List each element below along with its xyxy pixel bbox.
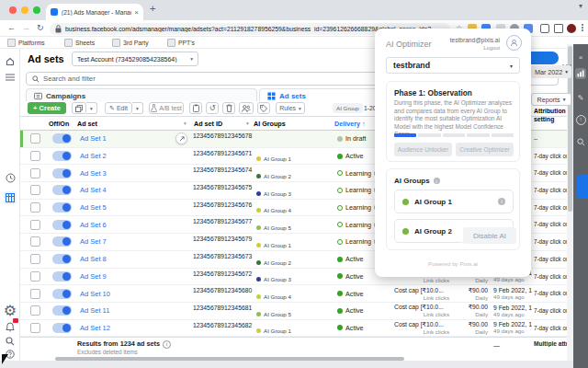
- table-row[interactable]: Ad Set 12 12345678912345682 AI Group 1 A…: [20, 320, 567, 338]
- bookmark-ppts[interactable]: PPT's: [167, 39, 195, 47]
- row-checkbox[interactable]: [30, 185, 40, 195]
- row-checkbox[interactable]: [30, 220, 40, 230]
- back-button[interactable]: ←: [7, 23, 16, 32]
- recent-clock-icon[interactable]: [4, 171, 17, 184]
- table-row[interactable]: Ad Set 10 12345678912345680 AI Group 4 A…: [20, 285, 567, 303]
- bookmark-platforms[interactable]: Platforms: [7, 39, 45, 47]
- rules-button[interactable]: Rules▾: [276, 102, 305, 114]
- undo-button[interactable]: ↺: [206, 102, 219, 114]
- adset-name-link[interactable]: Ad Set 10: [80, 290, 110, 298]
- reload-button[interactable]: ↻: [37, 23, 44, 32]
- date-period-chip[interactable]: Mar 2022▾: [531, 65, 571, 78]
- home-icon[interactable]: [4, 55, 17, 68]
- adset-name-link[interactable]: Ad Set 1: [80, 134, 107, 143]
- search-icon[interactable]: [4, 335, 17, 348]
- row-checkbox[interactable]: [30, 236, 40, 247]
- forward-button[interactable]: →: [22, 23, 30, 32]
- col-ad-set[interactable]: Ad set: [77, 120, 97, 128]
- sort-icon[interactable]: ▾: [246, 121, 249, 126]
- disable-ai-button[interactable]: Disable AI: [463, 227, 516, 244]
- adset-name-link[interactable]: Ad Set 8: [80, 255, 107, 263]
- open-adset-icon[interactable]: [175, 132, 187, 144]
- adset-name-link[interactable]: Ad Set 9: [80, 272, 107, 281]
- ab-test-button[interactable]: A/B test: [149, 102, 184, 114]
- duplicate-button[interactable]: [72, 102, 86, 114]
- notifications-bell-icon[interactable]: [4, 320, 17, 333]
- reports-button[interactable]: Reports▾: [531, 93, 571, 106]
- row-checkbox[interactable]: [30, 151, 40, 161]
- row-checkbox[interactable]: [30, 289, 40, 299]
- row-toggle[interactable]: [52, 236, 72, 247]
- row-toggle[interactable]: [52, 151, 72, 161]
- logout-link[interactable]: Logout: [483, 45, 500, 51]
- adset-name-link[interactable]: Ad Set 12: [80, 324, 110, 332]
- row-checkbox[interactable]: [30, 305, 40, 316]
- row-toggle[interactable]: [52, 202, 72, 213]
- pencil-icon[interactable]: ✎: [575, 92, 586, 103]
- profile-avatar[interactable]: [567, 24, 576, 33]
- row-toggle[interactable]: [52, 305, 72, 316]
- extensions-puzzle-icon[interactable]: [540, 24, 549, 33]
- delete-button[interactable]: [222, 102, 235, 114]
- settings-gear-icon[interactable]: ⚙: [4, 304, 17, 316]
- table-row[interactable]: Ad Set 11 12345678912345681 AI Group 5 A…: [20, 303, 567, 320]
- alert-icon[interactable]: !: [575, 114, 586, 125]
- extension-pull-tab[interactable]: [577, 175, 588, 199]
- duplicate-caret-button[interactable]: ▾: [86, 102, 97, 114]
- tag-button[interactable]: [257, 102, 270, 114]
- clipboard-button[interactable]: [189, 102, 202, 114]
- sort-icon[interactable]: ▾: [184, 121, 187, 126]
- row-toggle[interactable]: [52, 185, 72, 195]
- audience-button[interactable]: [239, 102, 254, 114]
- traffic-light-close[interactable]: [9, 6, 17, 14]
- row-toggle[interactable]: [52, 133, 72, 144]
- adset-name-link[interactable]: Ad Set 7: [80, 237, 107, 246]
- adset-name-link[interactable]: Ad Set 3: [80, 169, 107, 178]
- row-toggle[interactable]: [52, 254, 72, 264]
- row-checkbox[interactable]: [30, 323, 40, 333]
- account-selector[interactable]: Test Account (7345290854238564) ▾: [72, 52, 198, 66]
- info-icon[interactable]: [498, 198, 505, 205]
- menu-hamburger-icon[interactable]: [4, 71, 17, 84]
- row-checkbox[interactable]: [30, 254, 40, 264]
- row-toggle[interactable]: [52, 323, 72, 333]
- row-toggle[interactable]: [52, 289, 72, 299]
- edit-caret-button[interactable]: ▾: [132, 102, 143, 114]
- col-ai-groups[interactable]: AI Groups: [254, 120, 286, 128]
- tab-campaigns[interactable]: Campaigns: [26, 88, 257, 102]
- col-ad-set-id[interactable]: Ad set ID: [194, 120, 222, 128]
- row-toggle[interactable]: [52, 168, 72, 178]
- create-button[interactable]: + Create: [28, 102, 66, 114]
- row-toggle[interactable]: [52, 220, 72, 230]
- traffic-light-minimize[interactable]: [21, 6, 28, 14]
- col-delivery[interactable]: Delivery ↑: [334, 120, 366, 128]
- row-checkbox[interactable]: [30, 168, 40, 178]
- campaigns-table-icon[interactable]: [4, 191, 17, 204]
- browser-menu-icon[interactable]: [582, 23, 583, 32]
- browser-tab[interactable]: (21) Ads Manager - Manage ad ×: [46, 4, 143, 20]
- edit-button[interactable]: ✎Edit: [105, 102, 132, 114]
- creative-optimizer-button[interactable]: Creative Optimizer: [456, 143, 514, 156]
- adset-name-link[interactable]: Ad Set 4: [80, 186, 107, 194]
- avatar[interactable]: [506, 35, 522, 51]
- row-checkbox[interactable]: [30, 133, 40, 144]
- adset-name-link[interactable]: Ad Set 11: [80, 306, 109, 315]
- search-icon[interactable]: [575, 136, 586, 147]
- col-attribution[interactable]: Attribution setting: [534, 108, 567, 123]
- adset-name-link[interactable]: Ad Set 2: [80, 152, 107, 160]
- window-chevron-icon[interactable]: ▾: [579, 2, 582, 10]
- ai-group-chip[interactable]: AI Group: [333, 103, 363, 113]
- traffic-light-zoom[interactable]: [33, 6, 40, 14]
- adset-name-link[interactable]: Ad Set 6: [80, 221, 107, 229]
- row-toggle[interactable]: [52, 271, 72, 282]
- audience-unlocker-button[interactable]: Audience Unlocker: [394, 143, 452, 156]
- adset-name-link[interactable]: Ad Set 5: [80, 203, 107, 212]
- row-checkbox[interactable]: [30, 202, 40, 213]
- tab-close-icon[interactable]: ×: [134, 8, 139, 17]
- chart-icon[interactable]: [575, 68, 586, 79]
- row-checkbox[interactable]: [30, 271, 40, 282]
- close-icon[interactable]: ×: [575, 52, 586, 63]
- brand-select[interactable]: testbrand ▾: [386, 57, 520, 74]
- bookmark-3rd-party[interactable]: 3rd Party: [112, 39, 149, 47]
- ai-group-item[interactable]: AI Group 1: [394, 190, 514, 213]
